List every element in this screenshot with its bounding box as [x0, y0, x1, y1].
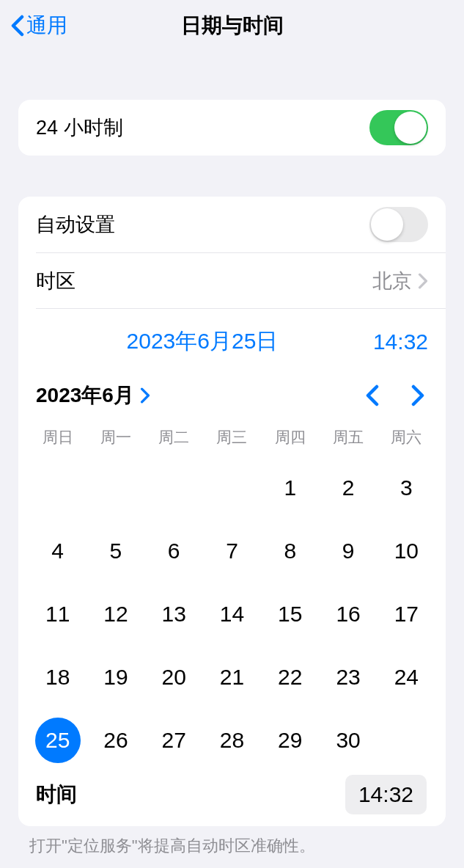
weekday-header: 周一 [86, 427, 144, 448]
month-label: 2023年6月 [36, 382, 134, 409]
calendar-day[interactable]: 3 [378, 456, 435, 519]
switch-auto-set[interactable] [369, 207, 428, 242]
calendar-day[interactable]: 28 [203, 709, 261, 772]
selected-date[interactable]: 2023年6月25日 [54, 327, 322, 357]
calendar-day[interactable]: 13 [145, 583, 203, 646]
calendar-day[interactable]: 29 [261, 709, 319, 772]
weekday-header: 周四 [261, 427, 319, 448]
calendar-day[interactable]: 23 [319, 646, 377, 709]
calendar: 2023年6月 周日周一周二周三周四周五周六 12345678910111213… [18, 367, 446, 826]
row-24h: 24 小时制 [18, 100, 446, 156]
weekday-header: 周三 [203, 427, 261, 448]
switch-knob [371, 208, 403, 241]
weekday-header: 周日 [29, 427, 86, 448]
prev-month-button[interactable] [365, 384, 380, 406]
calendar-day[interactable]: 27 [145, 709, 203, 772]
weekday-header: 周五 [319, 427, 377, 448]
weekday-header: 周二 [145, 427, 203, 448]
next-month-button[interactable] [410, 384, 425, 406]
section-24h: 24 小时制 [18, 100, 446, 156]
label-timezone: 时区 [36, 268, 76, 294]
calendar-day[interactable]: 14 [203, 583, 261, 646]
selected-time[interactable]: 14:32 [373, 329, 428, 354]
calendar-empty-cell [145, 456, 203, 519]
calendar-day[interactable]: 11 [29, 583, 86, 646]
calendar-day[interactable]: 24 [378, 646, 435, 709]
calendar-day[interactable]: 16 [319, 583, 377, 646]
calendar-day[interactable]: 17 [378, 583, 435, 646]
calendar-day[interactable]: 5 [86, 519, 144, 583]
row-auto-set: 自动设置 [18, 197, 446, 252]
label-auto-set: 自动设置 [36, 211, 115, 238]
chevron-right-icon [140, 387, 150, 404]
calendar-day[interactable]: 10 [378, 519, 435, 583]
calendar-day[interactable]: 8 [261, 519, 319, 583]
row-timezone[interactable]: 时区 北京 [36, 252, 446, 308]
calendar-day[interactable]: 18 [29, 646, 86, 709]
calendar-day[interactable]: 22 [261, 646, 319, 709]
page-title: 日期与时间 [181, 12, 284, 40]
time-label: 时间 [36, 781, 77, 809]
calendar-empty-cell [29, 456, 86, 519]
month-selector[interactable]: 2023年6月 [36, 382, 150, 409]
calendar-day[interactable]: 25 [29, 709, 86, 772]
calendar-day[interactable]: 1 [261, 456, 319, 519]
calendar-day[interactable]: 2 [319, 456, 377, 519]
calendar-day[interactable]: 15 [261, 583, 319, 646]
calendar-day[interactable]: 19 [86, 646, 144, 709]
back-button[interactable]: 通用 [10, 12, 67, 40]
calendar-day[interactable]: 12 [86, 583, 144, 646]
value-timezone: 北京 [372, 268, 412, 294]
calendar-day[interactable]: 7 [203, 519, 261, 583]
calendar-day[interactable]: 20 [145, 646, 203, 709]
calendar-day[interactable]: 6 [145, 519, 203, 583]
weekday-header: 周六 [378, 427, 435, 448]
calendar-empty-cell [86, 456, 144, 519]
calendar-day[interactable]: 26 [86, 709, 144, 772]
section-datetime: 自动设置 时区 北京 2023年6月25日 14:32 2023年6月 周日周一… [18, 197, 446, 826]
time-picker[interactable]: 14:32 [345, 775, 427, 814]
footer-note: 打开"定位服务"将提高自动时区准确性。 [29, 835, 435, 857]
calendar-day[interactable]: 21 [203, 646, 261, 709]
row-selected-datetime: 2023年6月25日 14:32 [36, 308, 446, 367]
switch-knob [394, 112, 427, 144]
back-label: 通用 [26, 12, 67, 40]
calendar-day[interactable]: 4 [29, 519, 86, 583]
label-24h: 24 小时制 [36, 114, 123, 141]
switch-24h[interactable] [369, 110, 428, 145]
chevron-left-icon [10, 15, 25, 37]
chevron-right-icon [418, 273, 428, 289]
time-row: 时间 14:32 [29, 772, 435, 814]
calendar-day[interactable]: 30 [319, 709, 377, 772]
calendar-day[interactable]: 9 [319, 519, 377, 583]
calendar-empty-cell [203, 456, 261, 519]
